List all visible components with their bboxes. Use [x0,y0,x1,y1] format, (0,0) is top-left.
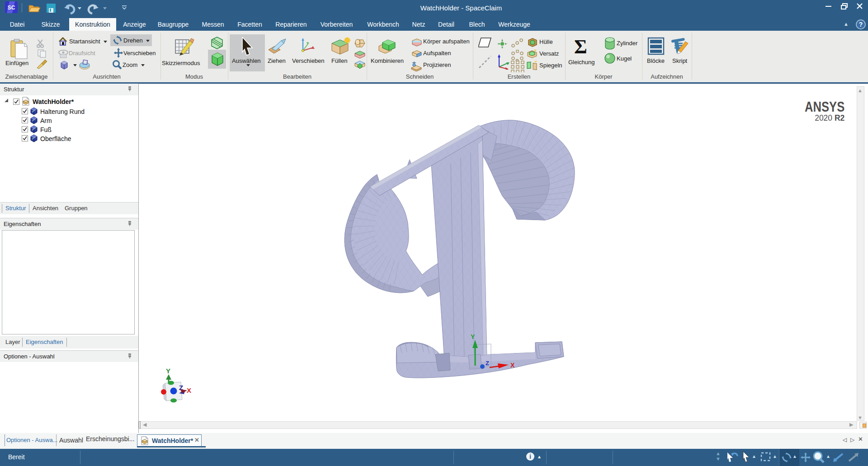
svg-text:i: i [529,453,531,460]
svg-text:?: ? [859,21,863,28]
svg-text:X: X [510,362,515,369]
svg-text:Y: Y [471,333,475,340]
svg-text:Y: Y [166,367,170,375]
svg-text:Z: Z [486,360,489,367]
svg-text:X: X [187,386,191,394]
svg-text:SC: SC [8,5,15,11]
